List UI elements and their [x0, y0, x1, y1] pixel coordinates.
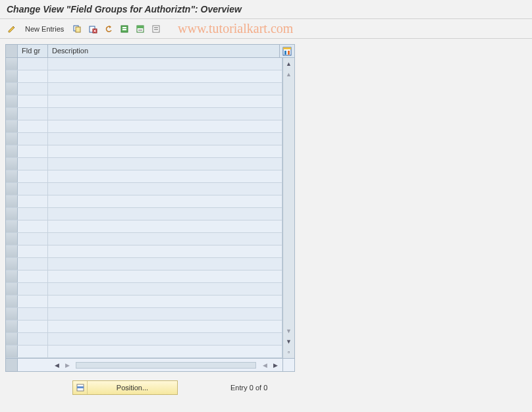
table-row[interactable] [6, 170, 282, 183]
row-selector[interactable] [6, 120, 18, 132]
cell-description[interactable] [48, 170, 282, 182]
cell-fldgr[interactable] [18, 108, 48, 120]
row-selector[interactable] [6, 195, 18, 207]
scroll-left-icon[interactable]: ▶ [63, 361, 72, 370]
scroll-right-icon[interactable]: ◀ [260, 361, 269, 370]
row-selector[interactable] [6, 308, 18, 320]
cell-description[interactable] [48, 321, 282, 332]
table-row[interactable] [6, 270, 282, 283]
row-selector[interactable] [6, 333, 18, 345]
cell-fldgr[interactable] [18, 120, 48, 132]
cell-fldgr[interactable] [18, 321, 48, 332]
select-block-icon[interactable] [134, 22, 147, 36]
cell-description[interactable] [48, 346, 282, 357]
table-row[interactable] [6, 258, 282, 270]
cell-fldgr[interactable] [18, 258, 48, 270]
table-row[interactable] [6, 346, 282, 358]
table-row[interactable] [6, 321, 282, 333]
cell-description[interactable] [48, 258, 282, 270]
table-row[interactable] [6, 308, 282, 321]
hscroll-track[interactable] [76, 362, 256, 369]
col-header-description[interactable]: Description [48, 45, 280, 57]
scroll-up-icon[interactable]: ▲ [284, 70, 294, 79]
cell-description[interactable] [48, 208, 282, 220]
cell-description[interactable] [48, 183, 282, 195]
table-row[interactable] [6, 296, 282, 308]
scroll-right-icon[interactable]: ▶ [271, 361, 280, 370]
cell-fldgr[interactable] [18, 245, 48, 257]
table-row[interactable] [6, 333, 282, 346]
table-row[interactable] [6, 70, 282, 83]
row-selector[interactable] [6, 183, 18, 195]
row-selector-header[interactable] [6, 45, 18, 57]
cell-fldgr[interactable] [18, 346, 48, 357]
table-row[interactable] [6, 245, 282, 258]
table-row[interactable] [6, 95, 282, 108]
table-row[interactable] [6, 108, 282, 120]
row-selector[interactable] [6, 258, 18, 270]
delete-icon[interactable] [86, 22, 99, 36]
row-selector[interactable] [6, 321, 18, 332]
deselect-icon[interactable] [149, 22, 163, 36]
scroll-down-icon[interactable]: ▼ [284, 326, 294, 336]
cell-description[interactable] [48, 245, 282, 257]
table-row[interactable] [6, 283, 282, 296]
cell-fldgr[interactable] [18, 208, 48, 220]
table-config-icon[interactable] [280, 45, 294, 57]
cell-description[interactable] [48, 70, 282, 82]
cell-fldgr[interactable] [18, 220, 48, 232]
table-row[interactable] [6, 133, 282, 145]
cell-description[interactable] [48, 158, 282, 170]
cell-fldgr[interactable] [18, 333, 48, 345]
edit-icon[interactable] [5, 22, 18, 36]
cell-fldgr[interactable] [18, 70, 48, 82]
row-selector[interactable] [6, 58, 18, 70]
cell-description[interactable] [48, 108, 282, 120]
table-row[interactable] [6, 208, 282, 220]
table-row[interactable] [6, 145, 282, 158]
row-selector[interactable] [6, 170, 18, 182]
cell-fldgr[interactable] [18, 233, 48, 245]
cell-fldgr[interactable] [18, 170, 48, 182]
row-selector[interactable] [6, 158, 18, 170]
cell-description[interactable] [48, 133, 282, 145]
cell-description[interactable] [48, 296, 282, 307]
cell-description[interactable] [48, 145, 282, 157]
cell-description[interactable] [48, 233, 282, 245]
vertical-scrollbar[interactable]: ▲ ▲ ▼ ▼ ▫ [282, 58, 294, 358]
cell-fldgr[interactable] [18, 133, 48, 145]
new-entries-button[interactable]: New Entries [21, 24, 68, 34]
row-selector[interactable] [6, 270, 18, 282]
table-row[interactable] [6, 58, 282, 70]
select-all-icon[interactable] [118, 22, 131, 36]
cell-description[interactable] [48, 270, 282, 282]
row-selector[interactable] [6, 70, 18, 82]
cell-description[interactable] [48, 83, 282, 95]
scroll-up-icon[interactable]: ▲ [284, 59, 294, 68]
cell-fldgr[interactable] [18, 270, 48, 282]
row-selector[interactable] [6, 133, 18, 145]
table-row[interactable] [6, 183, 282, 195]
cell-fldgr[interactable] [18, 308, 48, 320]
cell-description[interactable] [48, 308, 282, 320]
table-row[interactable] [6, 120, 282, 133]
horizontal-scrollbar[interactable]: ◀ ▶ ◀ ▶ [18, 361, 282, 370]
table-row[interactable] [6, 195, 282, 208]
cell-fldgr[interactable] [18, 183, 48, 195]
cell-description[interactable] [48, 120, 282, 132]
row-selector[interactable] [6, 108, 18, 120]
scroll-down-icon[interactable]: ▼ [284, 337, 294, 346]
row-selector[interactable] [6, 296, 18, 307]
cell-description[interactable] [48, 58, 282, 70]
cell-description[interactable] [48, 95, 282, 107]
row-selector[interactable] [6, 95, 18, 107]
cell-description[interactable] [48, 333, 282, 345]
row-selector[interactable] [6, 283, 18, 295]
cell-fldgr[interactable] [18, 158, 48, 170]
cell-fldgr[interactable] [18, 83, 48, 95]
row-selector[interactable] [6, 208, 18, 220]
cell-description[interactable] [48, 283, 282, 295]
table-row[interactable] [6, 233, 282, 245]
row-selector[interactable] [6, 220, 18, 232]
cell-fldgr[interactable] [18, 296, 48, 307]
